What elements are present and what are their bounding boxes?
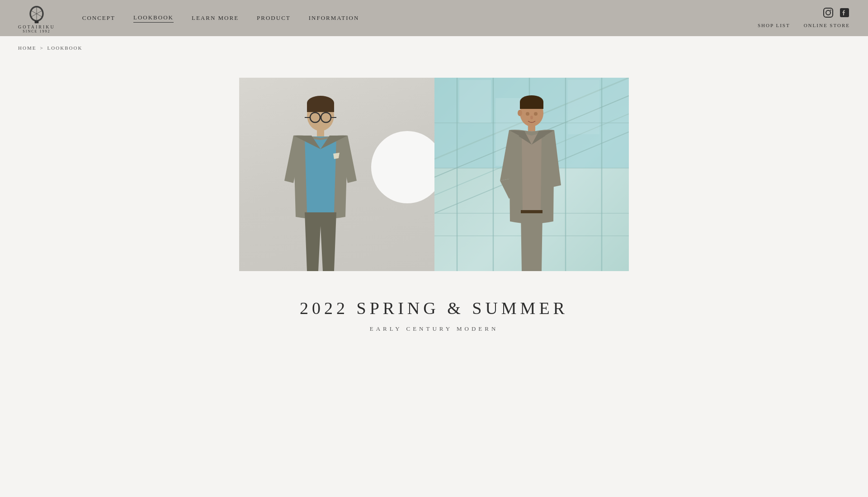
svg-rect-43 bbox=[520, 102, 543, 109]
hero-image-left bbox=[239, 78, 434, 271]
svg-rect-14 bbox=[307, 103, 334, 112]
nav-concept[interactable]: CONCEPT bbox=[82, 14, 115, 22]
social-icons bbox=[823, 7, 850, 20]
facebook-link[interactable] bbox=[839, 7, 850, 20]
logo-since: SINCE 1992 bbox=[23, 29, 50, 33]
man-figure-left bbox=[266, 90, 375, 271]
online-store-link[interactable]: ONLINE STORE bbox=[804, 23, 850, 28]
main-content: 2022 SPRING & SUMMER EARLY CENTURY MODER… bbox=[0, 60, 868, 360]
svg-rect-47 bbox=[521, 210, 542, 214]
svg-marker-22 bbox=[333, 153, 340, 159]
instagram-link[interactable] bbox=[823, 7, 834, 20]
nav-lookbook[interactable]: LOOKBOOK bbox=[133, 14, 174, 23]
hero-images bbox=[239, 78, 629, 271]
svg-point-10 bbox=[830, 9, 831, 10]
svg-rect-5 bbox=[35, 21, 39, 23]
nav-right: SHOP LIST ONLINE STORE bbox=[758, 23, 850, 28]
logo-emblem bbox=[26, 3, 47, 24]
main-title: 2022 SPRING & SUMMER bbox=[300, 298, 568, 318]
title-section: 2022 SPRING & SUMMER EARLY CENTURY MODER… bbox=[300, 298, 568, 333]
svg-rect-8 bbox=[824, 8, 833, 17]
nav-information[interactable]: INFORMATION bbox=[309, 14, 359, 22]
breadcrumb: HOME > LOOKBOOK bbox=[0, 36, 868, 60]
svg-point-48 bbox=[526, 112, 529, 116]
header-left: GOTAIRIKU SINCE 1992 CONCEPT LOOKBOOK LE… bbox=[18, 3, 359, 33]
breadcrumb-home[interactable]: HOME bbox=[18, 45, 36, 51]
nav-learn-more[interactable]: LEARN MORE bbox=[192, 14, 239, 22]
man-figure-right bbox=[486, 90, 577, 271]
svg-point-9 bbox=[826, 10, 830, 15]
facebook-icon bbox=[839, 7, 850, 18]
logo-name: GOTAIRIKU bbox=[18, 24, 55, 29]
breadcrumb-current: LOOKBOOK bbox=[47, 45, 83, 51]
instagram-icon bbox=[823, 7, 834, 18]
main-nav: CONCEPT LOOKBOOK LEARN MORE PRODUCT INFO… bbox=[82, 14, 359, 23]
hero-image-right bbox=[434, 78, 629, 271]
svg-point-44 bbox=[518, 110, 522, 116]
svg-point-49 bbox=[534, 112, 538, 116]
site-header: GOTAIRIKU SINCE 1992 CONCEPT LOOKBOOK LE… bbox=[0, 0, 868, 36]
subtitle: EARLY CENTURY MODERN bbox=[300, 325, 568, 333]
svg-point-50 bbox=[530, 116, 533, 119]
nav-product[interactable]: PRODUCT bbox=[257, 14, 291, 22]
breadcrumb-separator: > bbox=[40, 45, 43, 51]
shop-list-link[interactable]: SHOP LIST bbox=[758, 23, 790, 28]
logo[interactable]: GOTAIRIKU SINCE 1992 bbox=[18, 3, 55, 33]
